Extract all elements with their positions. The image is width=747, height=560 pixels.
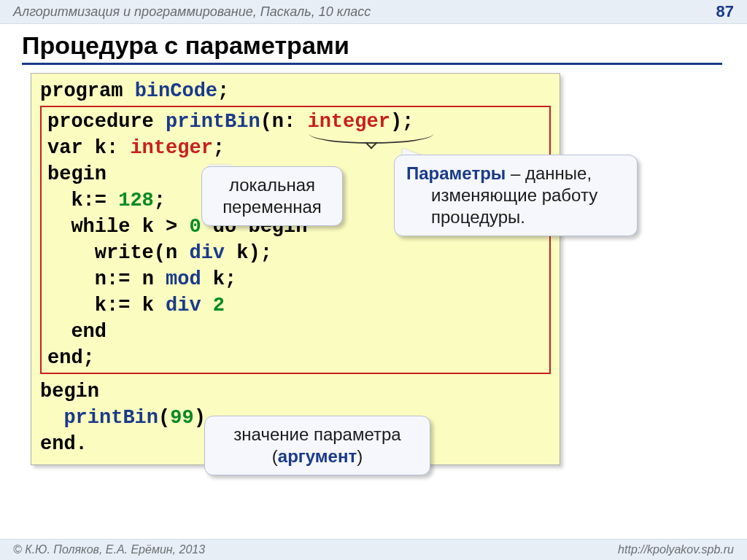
slide-footer: © К.Ю. Поляков, Е.А. Ерёмин, 2013 http:/… <box>0 539 747 560</box>
callout-arg-l2: (аргумент) <box>217 446 418 467</box>
param-n: n <box>272 111 284 133</box>
callout-param-hl: Параметры <box>406 163 506 183</box>
code-line-2: procedure printBin(n: integer); <box>47 109 543 135</box>
proc-name: printBin <box>166 111 260 133</box>
callout-local-l1: локальная <box>214 174 330 196</box>
code-line-11: end; <box>47 345 543 371</box>
slide-header: Алгоритмизация и программирование, Паска… <box>0 0 747 24</box>
num-99: 99 <box>170 407 193 429</box>
callout-param-t2: изменяющие работу <box>406 184 597 206</box>
callout-local-var: локальная переменная <box>201 166 343 226</box>
type-integer-2: integer <box>130 137 212 159</box>
subject-label: Алгоритмизация и программирование, Паска… <box>13 4 371 20</box>
callout-param-t3: процедуры. <box>406 206 525 228</box>
callout-local-l2: переменная <box>214 196 330 218</box>
callout-argument: значение параметра (аргумент) <box>204 416 430 475</box>
code-line-12: begin <box>40 378 551 405</box>
procedure-box: procedure printBin(n: integer); var k: i… <box>40 106 551 374</box>
op-mod: mod <box>166 268 201 290</box>
kw-var: var <box>47 137 83 159</box>
num-2: 2 <box>213 295 225 316</box>
page-number: 87 <box>716 2 734 21</box>
code-line-8: n:= n mod k; <box>47 266 543 292</box>
kw-procedure: procedure <box>47 111 154 133</box>
op-div-1: div <box>189 242 225 264</box>
callout-param-t1: – данные, <box>506 163 592 183</box>
callout-arg-l1: значение параметра <box>217 424 418 446</box>
call-printBin: printBin <box>63 407 158 429</box>
code-line-1: program binCode; <box>40 78 551 104</box>
slide-title: Процедура с параметрами <box>22 31 722 65</box>
callout-parameters: Параметры – данные, изменяющие работу пр… <box>394 155 638 236</box>
code-line-7: write(n div k); <box>47 240 543 266</box>
code-block: program binCode; procedure printBin(n: i… <box>31 73 560 465</box>
op-div-2: div <box>166 295 201 316</box>
kw-program: program <box>40 80 123 102</box>
footer-url: http://kpolyakov.spb.ru <box>618 543 734 556</box>
var-k: k <box>95 137 107 159</box>
footer-copyright: © К.Ю. Поляков, Е.А. Ерёмин, 2013 <box>13 543 205 556</box>
code-line-9: k:= k div 2 <box>47 292 543 319</box>
num-128: 128 <box>118 190 154 211</box>
prog-name: binCode <box>135 80 217 102</box>
num-0: 0 <box>189 216 201 238</box>
code-line-10: end <box>47 319 543 345</box>
type-integer-1: integer <box>307 111 390 133</box>
